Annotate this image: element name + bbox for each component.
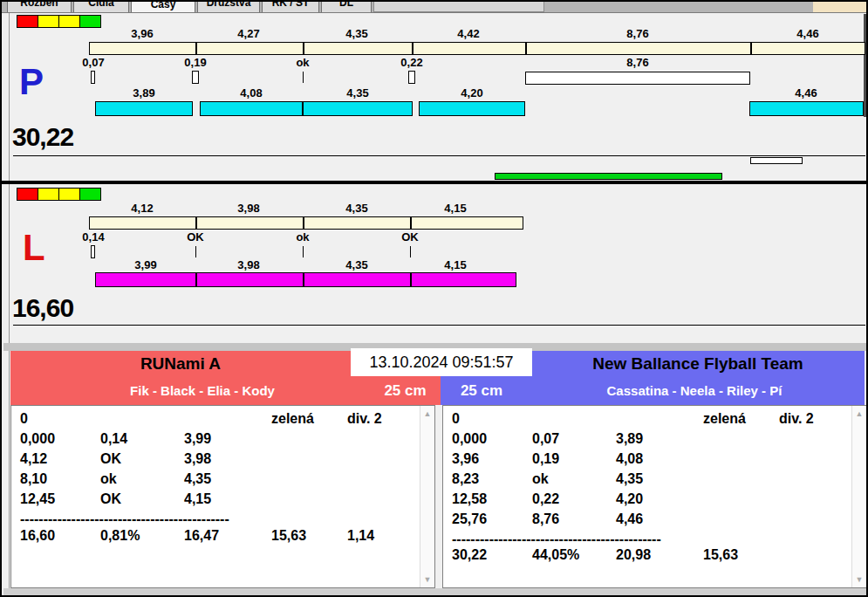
cross-tick [91,71,95,84]
cross-label: 0,07 [58,56,128,69]
split-time-label: 4,15 [420,202,490,215]
results-table-right[interactable]: 0 zelená div. 2 0,000 0,07 3,89 3,96 0,1… [442,405,867,588]
bar-divider [195,216,197,230]
tab-rk-st[interactable]: RK / ST [262,2,319,12]
table-cell: 3,99 [184,431,211,447]
light-red-icon [17,188,38,201]
cross-label: ok [268,230,338,244]
team-right-name: New Ballance Flyball Team [532,354,864,374]
scrollbar[interactable]: ▲ ▼ [851,406,866,587]
tab-filler [373,2,544,12]
lap-time-label: 4,20 [437,86,507,100]
team-left-jump-height: 25 cm [368,382,442,400]
light-green-icon [79,15,101,28]
team-right-dogs: Cassatina - Neela - Riley - Pí [525,383,864,398]
bar-divider [195,42,197,55]
table-total-cell: 1,14 [347,528,374,544]
cross-tick [303,246,304,257]
lap-bar-p [200,101,303,116]
bar-divider [195,272,197,287]
cross-tick [192,71,199,84]
lap-time-label: 4,35 [323,86,393,100]
tab-rozbeh[interactable]: Rozběh [7,2,72,12]
light-yellow-icon [58,188,80,201]
split-time-label: 8,76 [603,27,673,40]
table-cell: OK [100,491,121,507]
table-total-cell: 20,98 [616,547,651,563]
table-total-cell: 0,81% [100,528,140,544]
datetime-display: 13.10.2024 09:51:57 [351,348,532,376]
table-cell: 25,76 [452,511,487,527]
table-cell: 4,46 [616,511,643,527]
table-cell: 4,15 [184,491,211,507]
lap-time-label: 3,99 [111,258,181,271]
cross-tick [410,246,411,257]
bar-divider [410,216,412,230]
progress-bar-green [495,173,722,180]
bottom-strip [3,588,866,596]
split-time-label: 3,96 [107,27,177,40]
lane-separator [2,181,868,184]
start-lights-l [17,188,101,201]
split-time-label: 3,98 [214,202,284,215]
team-left-dogs: Fik - Black - Elia - Kody [10,383,394,398]
table-cell: 4,08 [616,451,643,467]
table-total-cell: 16,60 [20,528,55,544]
table-cell: 4,12 [20,451,47,467]
lane-p-total: 30,22 [12,122,73,152]
table-cell: 3,89 [616,431,643,447]
light-yellow-icon [38,15,59,28]
table-cell: 3,98 [184,451,211,467]
lap-bar-l [95,272,516,287]
scroll-up-icon[interactable]: ▲ [852,408,866,420]
light-green-icon [79,188,101,201]
lap-time-label: 3,89 [109,86,179,100]
table-cell: 0 [20,411,28,427]
divider-line [13,325,865,326]
cross-tick [408,71,415,84]
lap-bar-p [303,101,413,116]
bar-divider [750,42,752,55]
table-cell: 0,07 [532,431,559,447]
cross-label: OK [161,230,230,244]
table-total-cell: 44,05% [532,547,579,563]
lap-time-label: 4,08 [216,86,286,100]
split-time-label: 4,27 [214,27,284,40]
cross-label: 0,14 [58,230,128,244]
results-table-left[interactable]: 0 zelená div. 2 0,000 0,14 3,99 4,12 OK … [10,405,435,588]
table-cell: OK [100,451,121,467]
table-divider: ----------------------------------------… [20,511,282,527]
tab-dl[interactable]: DL [321,2,372,12]
cross-label: OK [375,230,445,244]
scroll-down-icon[interactable]: ▼ [420,573,434,586]
tab-casy[interactable]: Časy [131,2,195,12]
scroll-up-icon[interactable]: ▲ [420,408,434,420]
table-divider: ----------------------------------------… [452,532,714,547]
table-cell: 0,14 [100,431,127,447]
table-total-cell: 30,22 [452,547,487,563]
table-cell: 8,23 [452,471,479,487]
lap-time-label: 3,98 [214,258,284,271]
table-total-cell: 15,63 [703,547,738,563]
lap-bar-p [95,101,193,116]
table-total-cell: 15,63 [271,528,306,544]
table-cell: 0 [452,411,460,427]
light-red-icon [17,15,38,28]
tab-cidla[interactable]: Čidla [73,2,129,12]
scrollbar[interactable]: ▲ ▼ [420,406,434,587]
scroll-down-icon[interactable]: ▼ [852,573,866,586]
lap-bar-p [749,101,864,116]
tab-druzstva[interactable]: Družstva [197,2,260,12]
table-cell: zelená [703,411,746,427]
bar-divider [410,272,412,287]
table-cell: 12,45 [20,491,55,507]
bar-divider [303,216,304,230]
divider-line [13,155,865,156]
lap-time-label: 4,15 [420,258,490,271]
table-cell: 0,000 [20,431,55,447]
table-cell: ok [100,471,117,487]
cross-label: 0,22 [377,56,447,69]
cross-tick [195,246,196,257]
flyball-timing-window: Rozběh Čidla Časy Družstva RK / ST DL P … [0,0,868,597]
team-right-jump-height: 25 cm [442,382,521,400]
